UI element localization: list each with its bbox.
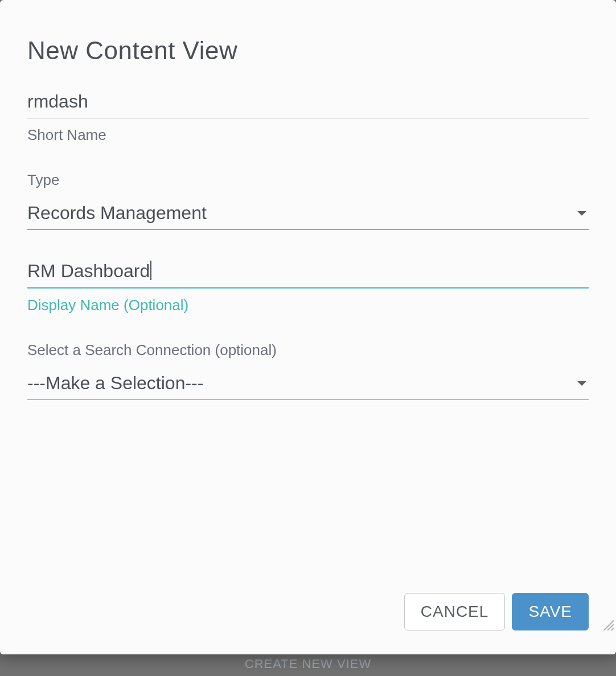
short-name-field-group: Short Name [27, 88, 589, 144]
search-connection-label: Select a Search Connection (optional) [27, 341, 589, 359]
chevron-down-icon [577, 211, 586, 216]
display-name-value: RM Dashboard [27, 261, 150, 282]
search-connection-value: ---Make a Selection--- [27, 373, 203, 394]
chevron-down-icon [577, 381, 586, 386]
display-name-field-group: RM Dashboard Display Name (Optional) [27, 257, 589, 314]
dialog-title: New Content View [27, 36, 589, 65]
short-name-input[interactable] [27, 88, 589, 118]
type-label: Type [27, 171, 589, 189]
dialog-button-row: CANCEL SAVE [404, 593, 589, 630]
save-button[interactable]: SAVE [512, 593, 589, 630]
resize-handle-icon[interactable] [601, 618, 614, 630]
cancel-button[interactable]: CANCEL [404, 593, 506, 630]
short-name-label: Short Name [27, 126, 589, 144]
type-field-group: Type Records Management [27, 171, 589, 230]
search-connection-select[interactable]: ---Make a Selection--- [27, 369, 589, 400]
svg-line-2 [611, 628, 614, 630]
type-select[interactable]: Records Management [27, 199, 589, 230]
display-name-label: Display Name (Optional) [27, 296, 589, 314]
display-name-input[interactable]: RM Dashboard [27, 257, 589, 288]
create-new-view-background-button: CREATE NEW VIEW [245, 657, 371, 671]
new-content-view-dialog: New Content View Short Name Type Records… [0, 0, 616, 654]
text-cursor-icon [150, 261, 151, 280]
search-connection-field-group: Select a Search Connection (optional) --… [27, 341, 589, 400]
type-select-value: Records Management [27, 203, 207, 224]
